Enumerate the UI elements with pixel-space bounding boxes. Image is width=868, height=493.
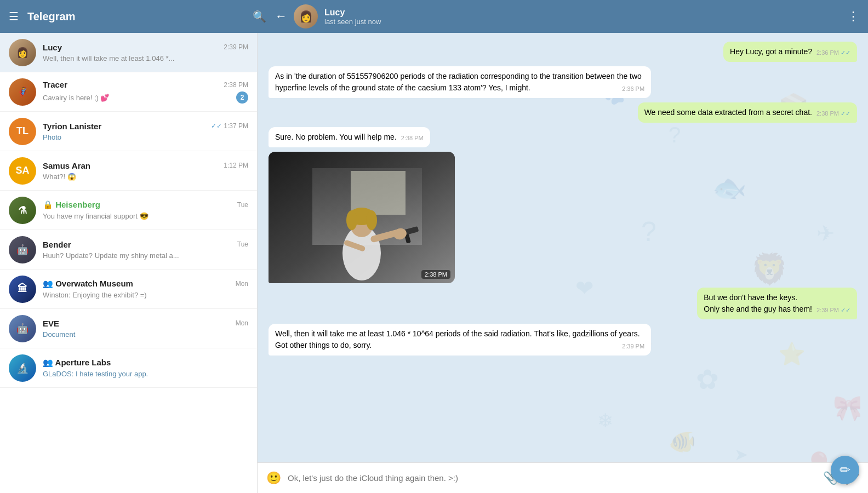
more-options-icon[interactable]: ⋮	[847, 9, 859, 24]
chat-item-preview-heisenberg: You have my financial support 😎	[43, 212, 248, 220]
tick-icon: ✓✓	[841, 49, 850, 56]
bubble-time-m4: 2:38 PM	[401, 134, 424, 143]
avatar-tyrion: TL	[9, 118, 36, 145]
search-icon[interactable]: 🔍	[253, 10, 266, 23]
message-text-m3: We need some data extracted from a secre…	[644, 108, 812, 117]
message-text-m4: Sure. No problem. You will help me.	[275, 133, 397, 141]
chat-item-preview-aperture: GLaDOS: I hate testing your app.	[43, 370, 248, 378]
menu-icon[interactable]: ☰	[9, 10, 19, 23]
sidebar-item-bender[interactable]: 🤖BenderTueHuuh? Update? Update my shiny …	[0, 230, 257, 270]
chat-item-name-aperture: 👥 Aperture Labs	[43, 358, 111, 368]
bubble-m2: As in 'the duration of 551557906200 peri…	[269, 66, 651, 98]
bubble-time-m7: 2:39 PM	[622, 342, 644, 351]
media-bubble-m5: 2:38 PM	[269, 152, 455, 283]
tick-icon: ✓✓	[841, 110, 850, 117]
chat-header: ← 👩 Lucy last seen just now ⋮	[266, 4, 859, 28]
input-bar: 🙂 📎 🎤	[258, 462, 868, 493]
message-text-m6: But we don't have the keys. Only she and…	[704, 293, 812, 313]
chat-item-name-overwatch: 👥 Overwatch Museum	[43, 279, 133, 289]
bubble-time-m1: 2:36 PM ✓✓	[816, 48, 850, 58]
avatar-image: 👩	[294, 4, 318, 28]
app-header: ☰ Telegram 🔍 ← 👩 Lucy last seen just now…	[0, 0, 868, 33]
avatar-heisenberg: ⚗	[9, 197, 36, 224]
chat-panel: 🐾 ? 🐟 📦 ? ❤ 🦁 ✈ 🐕 ✿ ⭐ 🎀 ❄ 🐠 ➤ 🎈 Hey Lucy…	[258, 33, 868, 493]
chat-item-content-aperture: 👥 Aperture LabsGLaDOS: I hate testing yo…	[43, 358, 248, 378]
bubble-m3: We need some data extracted from a secre…	[638, 102, 857, 123]
message-row-m2: As in 'the duration of 551557906200 peri…	[269, 66, 857, 98]
chat-item-preview-tracer: Cavalry is here! ;) 💕2	[43, 91, 248, 104]
chat-item-preview-tyrion: Photo	[43, 133, 248, 141]
sidebar-item-tyrion[interactable]: TLTyrion Lanister✓✓ 1:37 PMPhoto	[0, 112, 257, 151]
chat-item-name-eve: EVE	[43, 319, 59, 328]
chat-item-content-overwatch: 👥 Overwatch MuseumMonWinston: Enjoying t…	[43, 279, 248, 299]
message-text-m2: As in 'the duration of 551557906200 peri…	[275, 72, 644, 92]
chat-item-time-bender: Tue	[237, 240, 248, 248]
chat-item-header-overwatch: 👥 Overwatch MuseumMon	[43, 279, 248, 289]
message-input[interactable]	[288, 473, 816, 483]
badge-tracer: 2	[236, 91, 248, 104]
message-text-m7: Well, then it will take me at least 1.04…	[275, 329, 642, 349]
avatar-aperture: 🔬	[9, 354, 36, 382]
chat-item-header-aperture: 👥 Aperture Labs	[43, 358, 248, 368]
chat-item-name-bender: Bender	[43, 240, 71, 249]
chat-item-content-tracer: Tracer2:38 PMCavalry is here! ;) 💕2	[43, 80, 248, 104]
main-content: 👩Lucy2:39 PMWell, then it will take me a…	[0, 33, 868, 493]
avatar-tracer: 🦸	[9, 78, 36, 106]
chat-item-time-heisenberg: Tue	[237, 201, 248, 209]
sidebar-item-samus[interactable]: SASamus Aran1:12 PMWhat?! 😱	[0, 151, 257, 191]
chat-item-time-overwatch: Mon	[236, 280, 248, 288]
sidebar-item-lucy[interactable]: 👩Lucy2:39 PMWell, then it will take me a…	[0, 33, 257, 72]
avatar-eve: 🤖	[9, 315, 36, 342]
svg-point-23	[366, 210, 377, 230]
chat-status: last seen just now	[324, 18, 381, 26]
chat-item-header-tracer: Tracer2:38 PM	[43, 80, 248, 89]
chat-item-content-eve: EVEMonDocument	[43, 319, 248, 339]
chat-item-content-bender: BenderTueHuuh? Update? Update my shiny m…	[43, 240, 248, 260]
chat-item-content-heisenberg: 🔒 HeisenbergTueYou have my financial sup…	[43, 200, 248, 220]
message-row-m4: Sure. No problem. You will help me.2:38 …	[269, 127, 857, 147]
sidebar-item-eve[interactable]: 🤖EVEMonDocument	[0, 309, 257, 348]
chat-item-time-eve: Mon	[236, 319, 248, 327]
chat-item-name-tyrion: Tyrion Lanister	[43, 122, 101, 131]
chat-item-header-lucy: Lucy2:39 PM	[43, 43, 248, 52]
sidebar-item-overwatch[interactable]: 🏛👥 Overwatch MuseumMonWinston: Enjoying …	[0, 270, 257, 309]
message-row-m6: But we don't have the keys. Only she and…	[269, 288, 857, 319]
message-text-m1: Hey Lucy, got a minute?	[730, 47, 812, 56]
sidebar-item-heisenberg[interactable]: ⚗🔒 HeisenbergTueYou have my financial su…	[0, 191, 257, 230]
avatar-lucy: 👩	[9, 39, 36, 66]
chat-item-time-lucy: 2:39 PM	[224, 43, 248, 51]
media-image-m5: 2:38 PM	[269, 152, 455, 283]
chat-item-name-heisenberg: 🔒 Heisenberg	[43, 200, 100, 210]
chat-avatar: 👩	[294, 4, 318, 28]
chat-item-name-lucy: Lucy	[43, 43, 62, 52]
message-row-m5: 2:38 PM	[269, 152, 857, 283]
chat-item-preview-samus: What?! 😱	[43, 173, 248, 181]
back-button[interactable]: ←	[275, 9, 287, 24]
chat-item-time-tyrion: ✓✓ 1:37 PM	[211, 122, 248, 130]
chat-item-header-bender: BenderTue	[43, 240, 248, 249]
chat-item-content-tyrion: Tyrion Lanister✓✓ 1:37 PMPhoto	[43, 122, 248, 141]
bubble-time-m3: 2:38 PM ✓✓	[816, 109, 850, 118]
chat-item-header-samus: Samus Aran1:12 PM	[43, 161, 248, 170]
chat-item-content-lucy: Lucy2:39 PMWell, then it will take me at…	[43, 43, 248, 62]
media-timestamp-m5: 2:38 PM	[421, 270, 450, 279]
chat-item-header-eve: EVEMon	[43, 319, 248, 328]
chat-item-time-samus: 1:12 PM	[224, 162, 248, 169]
avatar-samus: SA	[9, 157, 36, 185]
bubble-time-m6: 2:39 PM ✓✓	[816, 306, 850, 315]
sidebar-item-aperture[interactable]: 🔬👥 Aperture LabsGLaDOS: I hate testing y…	[0, 348, 257, 388]
chat-item-name-samus: Samus Aran	[43, 161, 90, 170]
chat-item-preview-bender: Huuh? Update? Update my shiny metal a...	[43, 251, 248, 260]
chat-item-header-tyrion: Tyrion Lanister✓✓ 1:37 PM	[43, 122, 248, 131]
sidebar-item-tracer[interactable]: 🦸Tracer2:38 PMCavalry is here! ;) 💕2	[0, 72, 257, 112]
chat-item-content-samus: Samus Aran1:12 PMWhat?! 😱	[43, 161, 248, 181]
chat-item-preview-eve: Document	[43, 330, 248, 339]
bubble-m7: Well, then it will take me at least 1.04…	[269, 324, 651, 356]
chat-item-preview-lucy: Well, then it will take me at least 1.04…	[43, 54, 248, 62]
svg-point-22	[346, 210, 357, 230]
tick-icon: ✓✓	[841, 307, 850, 313]
chat-messages: Hey Lucy, got a minute?2:36 PM ✓✓As in '…	[258, 33, 868, 462]
emoji-button[interactable]: 🙂	[266, 471, 281, 485]
bubble-m6: But we don't have the keys. Only she and…	[697, 288, 857, 319]
chat-item-header-heisenberg: 🔒 HeisenbergTue	[43, 200, 248, 210]
